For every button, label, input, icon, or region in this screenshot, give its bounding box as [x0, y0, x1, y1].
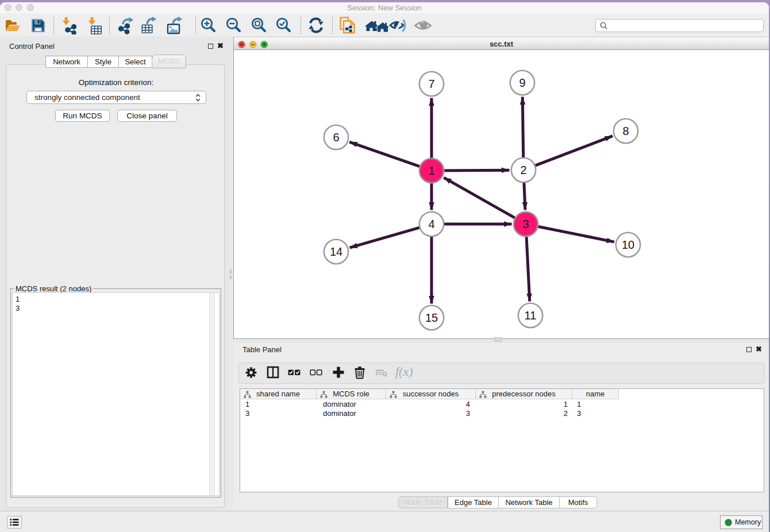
svg-text:2: 2	[520, 164, 526, 176]
svg-text:8: 8	[622, 125, 629, 137]
svg-text:4: 4	[428, 218, 434, 230]
svg-text:3: 3	[522, 218, 529, 230]
svg-text:14: 14	[330, 245, 342, 258]
svg-text:10: 10	[622, 238, 634, 251]
svg-text:11: 11	[525, 309, 537, 322]
svg-text:1: 1	[428, 164, 434, 177]
svg-text:6: 6	[333, 131, 339, 144]
svg-text:9: 9	[519, 76, 525, 89]
svg-text:7: 7	[428, 78, 434, 90]
svg-text:15: 15	[425, 311, 438, 324]
